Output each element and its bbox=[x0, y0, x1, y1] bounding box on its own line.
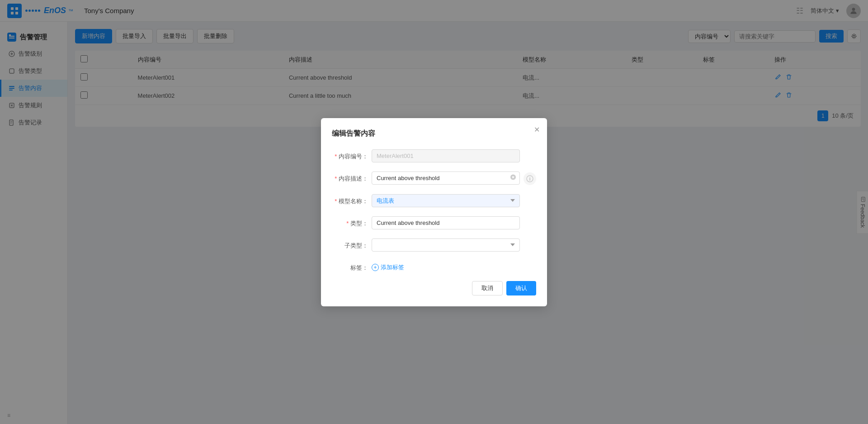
form-label-tags: 标签： bbox=[332, 261, 368, 272]
desc-info-icon[interactable]: i bbox=[524, 172, 536, 185]
content-desc-input[interactable] bbox=[372, 172, 520, 185]
form-row-content-id: 内容编号： bbox=[332, 149, 536, 162]
form-label-type: 类型： bbox=[332, 216, 368, 228]
model-select[interactable]: 电流表 bbox=[372, 194, 520, 207]
form-control-model: 电流表 bbox=[372, 194, 520, 207]
clear-desc-icon[interactable] bbox=[510, 174, 516, 182]
form-control-type bbox=[372, 216, 520, 229]
form-label-content-desc: 内容描述： bbox=[332, 172, 368, 183]
form-row-subtype: 子类型： bbox=[332, 238, 536, 252]
subtype-select[interactable] bbox=[372, 238, 520, 252]
cancel-button[interactable]: 取消 bbox=[472, 281, 503, 295]
svg-text:i: i bbox=[529, 176, 530, 181]
modal-overlay[interactable]: 编辑告警内容 ✕ 内容编号： 内容描述： i 模型名称： bbox=[0, 0, 868, 424]
content-id-input bbox=[372, 149, 520, 162]
confirm-button[interactable]: 确认 bbox=[506, 281, 536, 295]
dialog-close-button[interactable]: ✕ bbox=[534, 125, 540, 134]
edit-alert-dialog: 编辑告警内容 ✕ 内容编号： 内容描述： i 模型名称： bbox=[321, 118, 547, 306]
form-row-tags: 标签： + 添加标签 bbox=[332, 261, 536, 272]
form-control-tags: + 添加标签 bbox=[372, 261, 520, 272]
dialog-title: 编辑告警内容 bbox=[332, 129, 536, 138]
type-input[interactable] bbox=[372, 216, 520, 229]
add-tag-plus-icon: + bbox=[372, 264, 379, 271]
form-row-model: 模型名称： 电流表 bbox=[332, 194, 536, 207]
form-row-content-desc: 内容描述： i bbox=[332, 172, 536, 185]
form-label-model: 模型名称： bbox=[332, 194, 368, 205]
dialog-footer: 取消 确认 bbox=[332, 281, 536, 295]
form-control-content-desc bbox=[372, 172, 520, 185]
add-tag-label: 添加标签 bbox=[381, 263, 404, 272]
form-label-subtype: 子类型： bbox=[332, 238, 368, 250]
form-row-type: 类型： bbox=[332, 216, 536, 229]
form-control-subtype bbox=[372, 238, 520, 252]
add-tag-button[interactable]: + 添加标签 bbox=[372, 261, 520, 272]
form-label-content-id: 内容编号： bbox=[332, 149, 368, 161]
form-control-content-id bbox=[372, 149, 520, 162]
